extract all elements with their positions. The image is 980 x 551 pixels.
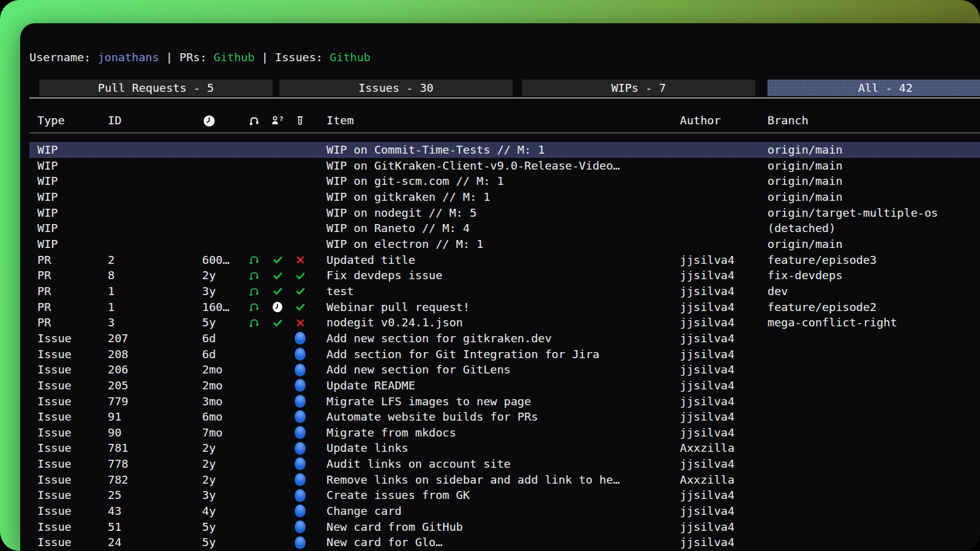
issue-open-icon — [295, 426, 306, 439]
cell-type: WIP — [37, 205, 58, 221]
table-row[interactable]: Issue 206 2mo Add new section for GitLen… — [20, 362, 980, 378]
cell-review-state — [271, 236, 284, 252]
table-row[interactable]: WIP WIP on Commit-Time-Tests // M: 1 ori… — [20, 142, 980, 158]
check-icon — [273, 255, 283, 265]
cell-author: jjsilva4 — [680, 283, 734, 299]
cell-review-state — [271, 252, 284, 268]
cell-age: 600… — [202, 252, 230, 268]
cell-id: 208 — [108, 347, 128, 362]
cell-merge-state — [247, 236, 261, 252]
git-merge-icon — [249, 270, 260, 281]
clock-icon — [203, 115, 215, 127]
table-row[interactable]: WIP WIP on GitKraken-Client-v9.0-Release… — [20, 158, 980, 174]
header-label: Issues: — [275, 51, 330, 64]
cell-item: New card from GitHub — [326, 519, 463, 535]
table-row[interactable]: Issue 43 4y Change card jjsilva4 — [20, 503, 980, 519]
separator-under-header — [29, 132, 980, 133]
issue-open-icon — [295, 395, 306, 408]
table-row[interactable]: Issue 781 2y Update links Axxzilla — [20, 440, 980, 456]
tab-all[interactable]: All - 42 — [767, 80, 980, 96]
issue-open-icon — [295, 442, 306, 455]
git-merge-icon — [249, 286, 260, 297]
table-row[interactable]: Issue 25 3y Create issues from GK jjsilv… — [20, 487, 980, 503]
cell-merge-state — [247, 331, 261, 347]
cell-author: Axxzilla — [680, 440, 734, 456]
table-row[interactable]: Issue 208 6d Add section for Git Integra… — [20, 347, 980, 362]
cell-id: 3 — [108, 315, 115, 331]
table-row[interactable]: Issue 24 5y New card for Glo… jjsilva4 — [20, 534, 980, 550]
clock-icon — [202, 111, 216, 130]
cell-ci-state — [293, 409, 307, 425]
cell-item: WIP on nodegit // M: 5 — [326, 205, 477, 221]
cell-age: 5y — [202, 534, 216, 550]
service-value: Github — [214, 51, 255, 64]
table-row[interactable]: WIP WIP on nodegit // M: 5 origin/target… — [20, 205, 980, 221]
table-row[interactable]: Issue 207 6d Add new section for gitkrak… — [20, 331, 980, 347]
cell-age: 6d — [202, 331, 216, 347]
table-row[interactable]: WIP WIP on gitkraken // M: 1 origin/main — [20, 189, 980, 205]
table-row[interactable]: WIP WIP on git-scm.com // M: 1 origin/ma… — [20, 173, 980, 189]
table-row[interactable]: Issue 91 6mo Automate website builds for… — [20, 409, 980, 425]
cell-review-state — [271, 409, 284, 425]
table-row[interactable]: Issue 51 5y New card from GitHub jjsilva… — [20, 519, 980, 535]
issue-open-icon — [295, 473, 306, 486]
table-row[interactable]: Issue 205 2mo Update README jjsilva4 — [20, 378, 980, 394]
tab-issues[interactable]: Issues - 30 — [279, 80, 513, 96]
table-row[interactable]: PR 3 5y nodegit v0.24.1.json jjsilva4 me… — [20, 315, 980, 331]
cell-item: Update links — [326, 440, 409, 456]
cell-ci-state — [293, 440, 307, 456]
cell-review-state — [271, 534, 284, 550]
cell-author: jjsilva4 — [680, 299, 734, 315]
cell-ci-state — [293, 487, 307, 503]
cell-age: 3y — [202, 487, 216, 503]
table-row[interactable]: PR 8 2y Fix devdeps issue jjsilva4 fix-d… — [20, 268, 980, 283]
table-row[interactable]: WIP WIP on Raneto // M: 4 (detached) — [20, 220, 980, 236]
table-row[interactable]: PR 2 600… Updated title jjsilva4 feature… — [20, 252, 980, 268]
cell-branch: origin/main — [767, 236, 843, 252]
header-label: | — [255, 51, 275, 64]
header-label: | — [159, 51, 179, 64]
table-row[interactable]: Issue 779 3mo Migrate LFS images to new … — [20, 394, 980, 410]
cell-id: 43 — [108, 503, 121, 519]
table-row[interactable]: PR 1 160… Webinar pull request! jjsilva4… — [20, 299, 980, 315]
column-header-id: ID — [108, 111, 121, 130]
cell-branch: (detached) — [767, 220, 835, 236]
table-row[interactable]: Issue 90 7mo Migrate from mkdocs jjsilva… — [20, 425, 980, 441]
tab-wips[interactable]: WIPs - 7 — [522, 80, 755, 96]
cell-type: WIP — [37, 142, 58, 158]
cell-merge-state — [247, 472, 261, 488]
pending-clock-icon — [272, 301, 283, 313]
cell-item: Update README — [326, 378, 415, 394]
cell-age: 7mo — [202, 425, 222, 441]
table-row[interactable]: Issue 778 2y Audit links on account site… — [20, 456, 980, 472]
cell-review-state — [271, 519, 284, 535]
tab-pull[interactable]: Pull Requests - 5 — [39, 80, 273, 96]
table-row[interactable]: PR 1 3y test jjsilva4 dev — [20, 283, 980, 299]
cell-branch: fix-devdeps — [767, 268, 843, 283]
cell-id: 205 — [108, 378, 128, 394]
git-merge-icon — [247, 111, 261, 130]
table-rows: WIP WIP on Commit-Time-Tests // M: 1 ori… — [20, 142, 980, 551]
cell-ci-state — [293, 299, 307, 315]
cell-merge-state — [247, 534, 261, 550]
cell-item: Add new section for gitkraken.dev — [326, 331, 552, 347]
cell-branch: mega-conflict-right — [767, 315, 897, 331]
cell-branch: origin/main — [767, 158, 843, 174]
cell-merge-state — [247, 205, 261, 221]
table-row[interactable]: WIP WIP on electron // M: 1 origin/main — [20, 236, 980, 252]
cell-item: test — [326, 283, 354, 299]
cell-type: WIP — [37, 189, 58, 205]
cell-id: 24 — [108, 534, 121, 550]
cell-merge-state — [247, 347, 261, 362]
cell-review-state — [271, 283, 284, 299]
cell-merge-state — [247, 142, 261, 158]
cell-type: WIP — [37, 236, 58, 252]
cell-age: 6mo — [202, 409, 222, 425]
cell-age: 3y — [202, 283, 216, 299]
table-row[interactable]: Issue 782 2y Remove links on sidebar and… — [20, 472, 980, 488]
cell-ci-state — [293, 472, 307, 488]
cell-ci-state — [293, 331, 307, 347]
cell-id: 1 — [108, 299, 115, 315]
issue-open-icon — [295, 489, 306, 502]
cell-branch: feature/episode2 — [767, 299, 876, 315]
